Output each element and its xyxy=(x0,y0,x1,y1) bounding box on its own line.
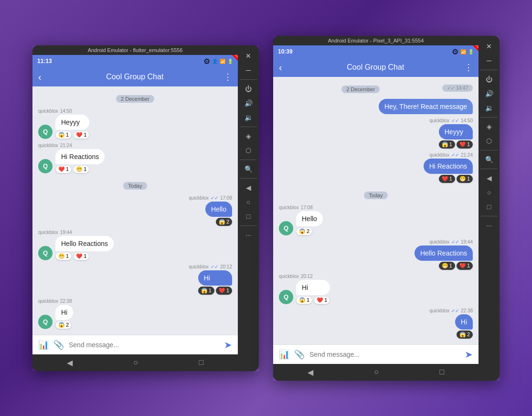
screenshot-btn-1[interactable]: ⬡ xyxy=(238,144,259,157)
back-button-2[interactable]: ‹ xyxy=(279,62,282,73)
power-btn-2[interactable]: ⏻ xyxy=(479,73,500,86)
rotate-btn-1[interactable]: ◈ xyxy=(238,129,259,143)
recent-ctrl-1[interactable]: □ xyxy=(238,210,259,223)
bubble-wrapper: Hello Reactions 😁1 ❤️1 xyxy=(415,245,473,270)
send-button-2[interactable]: ➤ xyxy=(465,349,473,360)
message-bubble[interactable]: Hi Reactions xyxy=(55,149,105,164)
chat-header-1: ‹ Cool Group Chat ⋮ xyxy=(32,68,238,86)
message-bubble[interactable]: Heyyy xyxy=(439,124,473,139)
message-bubble[interactable]: Hi xyxy=(455,314,473,330)
window-minimize-2[interactable]: ─ xyxy=(484,54,494,67)
settings-icon-1[interactable]: ⚙ xyxy=(203,57,210,66)
message-row: quickblox 14:50 Q Heyyy 😱1 ❤️1 xyxy=(38,108,232,139)
message-bubble[interactable]: Hi xyxy=(55,305,73,320)
reaction-badge[interactable]: 😱1 xyxy=(439,140,455,149)
back-ctrl-1[interactable]: ◀ xyxy=(238,181,259,194)
divider xyxy=(480,70,497,70)
chat-input-bar-1: 📊 📎 ➤ xyxy=(32,335,238,354)
more-ctrl-2[interactable]: ··· xyxy=(479,219,500,232)
message-input-2[interactable] xyxy=(309,351,460,358)
message-input-1[interactable] xyxy=(69,341,219,349)
reactions-bar: 😁1 ❤️1 xyxy=(415,262,473,270)
message-bubble[interactable]: Hello Reactions xyxy=(55,236,114,251)
reaction-badge[interactable]: 😱2 xyxy=(296,227,312,235)
back-nav-1[interactable]: ◀ xyxy=(67,358,73,367)
status-bar-1: 11:13 ⚙ 👤 📶 🔋 xyxy=(32,55,238,68)
window-minimize-1[interactable]: ─ xyxy=(243,64,254,77)
avatar: Q xyxy=(38,125,53,139)
home-ctrl-1[interactable]: ○ xyxy=(238,195,259,209)
recent-nav-2[interactable]: □ xyxy=(440,368,445,376)
reaction-badge[interactable]: 😱2 xyxy=(457,331,473,339)
reaction-badge[interactable]: ❤️1 xyxy=(457,262,473,270)
attach-icon-1[interactable]: 📎 xyxy=(53,340,64,350)
reaction-badge[interactable]: 😁1 xyxy=(457,175,473,183)
attach-icon-2[interactable]: 📎 xyxy=(294,349,305,360)
reaction-badge[interactable]: 😱1 xyxy=(55,131,72,139)
chat-input-bar-2: 📊 📎 ➤ xyxy=(273,344,479,364)
vol-down-2[interactable]: 🔉 xyxy=(479,101,500,115)
reactions-bar: 😱2 xyxy=(296,227,323,235)
reaction-badge[interactable]: 😁1 xyxy=(55,252,72,260)
back-nav-2[interactable]: ◀ xyxy=(308,368,313,377)
zoom-btn-1[interactable]: 🔍 xyxy=(238,162,259,176)
message-row-content: Q Hi 😱1 ❤️1 xyxy=(279,280,330,304)
reaction-badge[interactable]: ❤️1 xyxy=(439,175,455,183)
bubble-wrapper: Hello 😱2 xyxy=(296,211,323,235)
divider xyxy=(480,117,497,117)
message-bubble[interactable]: Hello Reactions xyxy=(415,245,473,261)
reaction-badge[interactable]: 😁1 xyxy=(73,165,89,173)
message-bubble[interactable]: Heyyy xyxy=(55,115,89,130)
window-close-1[interactable]: ✕ xyxy=(243,49,254,63)
reactions-bar: 😁1 ❤️1 xyxy=(55,252,114,260)
reaction-badge[interactable]: ❤️1 xyxy=(457,140,473,149)
zoom-btn-2[interactable]: 🔍 xyxy=(479,153,500,166)
check-icon: ✓✓ xyxy=(211,195,218,201)
chart-icon-1[interactable]: 📊 xyxy=(38,340,49,350)
vol-down-1[interactable]: 🔉 xyxy=(238,111,259,124)
avatar: Q xyxy=(38,246,53,260)
back-button-1[interactable]: ‹ xyxy=(38,72,42,83)
message-bubble[interactable]: Hi Reactions xyxy=(424,159,473,174)
home-ctrl-2[interactable]: ○ xyxy=(479,186,500,199)
reaction-badge[interactable]: 😱1 xyxy=(296,296,312,304)
reaction-badge[interactable]: ❤️1 xyxy=(216,287,232,295)
chart-icon-2[interactable]: 📊 xyxy=(279,349,289,360)
reaction-badge[interactable]: ❤️1 xyxy=(314,296,330,304)
home-nav-1[interactable]: ○ xyxy=(133,358,138,367)
message-time: 19:44 xyxy=(461,239,473,245)
reaction-badge[interactable]: 😱1 xyxy=(198,287,214,295)
vol-up-2[interactable]: 🔊 xyxy=(479,87,500,100)
message-bubble[interactable]: Hi xyxy=(198,270,232,286)
home-nav-2[interactable]: ○ xyxy=(374,368,379,376)
message-bubble[interactable]: Hi xyxy=(296,280,330,295)
back-ctrl-2[interactable]: ◀ xyxy=(479,171,500,185)
date-divider-dec-1: 2 December xyxy=(38,94,232,103)
message-bubble[interactable]: Hello xyxy=(296,211,323,226)
reaction-badge[interactable]: 😁1 xyxy=(439,262,455,270)
bubble-wrapper: Hello 😱2 xyxy=(205,202,232,226)
message-bubble[interactable]: Hey, There! React message xyxy=(379,99,473,114)
message-row: quickblox 20:12 Q Hi 😱1 ❤️1 xyxy=(279,274,473,304)
more-button-2[interactable]: ⋮ xyxy=(464,62,473,73)
more-ctrl-1[interactable]: ··· xyxy=(238,228,259,242)
reaction-badge[interactable]: ❤️1 xyxy=(73,131,89,139)
reaction-badge[interactable]: ❤️1 xyxy=(73,252,89,260)
reaction-badge[interactable]: ❤️1 xyxy=(55,165,72,173)
message-row: Hey, There! React message xyxy=(279,99,473,114)
time-2: 10:39 xyxy=(278,48,293,55)
recent-nav-1[interactable]: □ xyxy=(199,358,204,367)
recent-ctrl-2[interactable]: □ xyxy=(479,200,500,213)
message-row: quickblox ✓✓ 22:38 Hi 😱2 xyxy=(279,308,473,339)
reaction-badge[interactable]: 😱2 xyxy=(55,321,72,329)
power-btn-1[interactable]: ⏻ xyxy=(238,82,259,96)
vol-up-1[interactable]: 🔊 xyxy=(238,96,259,110)
window-close-2[interactable]: ✕ xyxy=(483,40,495,53)
message-bubble[interactable]: Hello xyxy=(205,202,232,217)
send-button-1[interactable]: ➤ xyxy=(224,339,232,351)
reaction-badge[interactable]: 😱2 xyxy=(216,218,232,226)
settings-icon-2[interactable]: ⚙ xyxy=(452,47,458,56)
more-button-1[interactable]: ⋮ xyxy=(223,72,232,82)
rotate-btn-2[interactable]: ◈ xyxy=(479,120,500,133)
screenshot-btn-2[interactable]: ⬡ xyxy=(479,134,500,148)
